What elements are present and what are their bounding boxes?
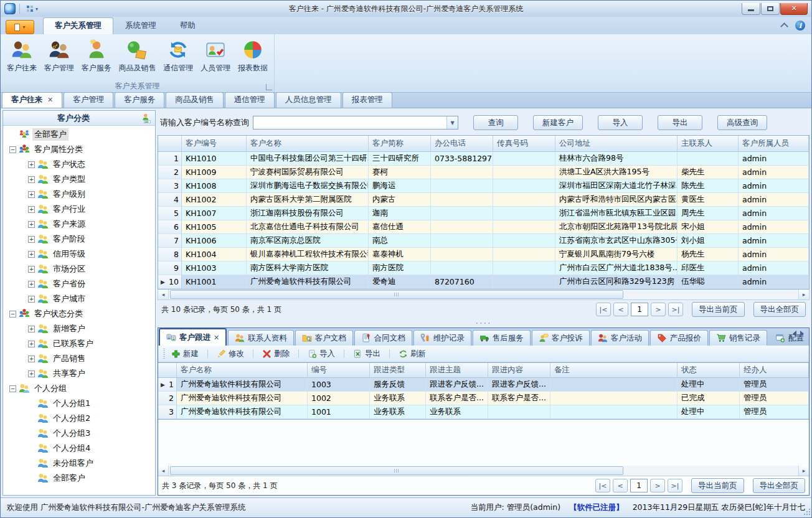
tree-expander-icon[interactable] xyxy=(9,385,16,392)
cell-customer-name[interactable]: 南方医科大学南方医院 xyxy=(247,261,369,275)
cell-customer-abbr[interactable]: 爱奇迪 xyxy=(369,275,431,289)
export-current-page-button[interactable]: 导出当前页 xyxy=(691,478,744,493)
cell-customer-name[interactable]: 广州爱奇迪软件科技有限公司 xyxy=(177,405,308,419)
cell-owner[interactable]: admin xyxy=(739,166,809,179)
collapse-ribbon-icon[interactable] xyxy=(780,22,789,29)
row-selector-cell[interactable]: ▶1 xyxy=(158,152,182,166)
row-selector-cell[interactable]: ▶5 xyxy=(158,207,182,220)
row-selector-cell[interactable]: ▶1 xyxy=(158,378,177,392)
scrollbar-track[interactable] xyxy=(169,466,798,476)
cell-customer-name[interactable]: 中国电子科技集团公司第三十四研... xyxy=(247,152,369,166)
ribbon-button-communication[interactable]: 通信管理 xyxy=(159,37,197,79)
tab-scroll-right-icon[interactable] xyxy=(800,331,804,337)
first-page-button[interactable]: |< xyxy=(595,479,610,492)
customer-search-input[interactable] xyxy=(253,116,446,129)
cell-fax[interactable] xyxy=(493,193,555,207)
grid-column-header[interactable]: 跟进类型 xyxy=(370,363,426,378)
cell-followup-type[interactable]: 业务联系 xyxy=(370,405,426,419)
scroll-left-icon[interactable]: ◂ xyxy=(158,466,169,476)
detail-tab[interactable]: 产品报价 ✕ xyxy=(650,330,708,346)
cell-customer-code[interactable]: KH1006 xyxy=(182,234,247,248)
row-selector-cell[interactable]: ▶9 xyxy=(158,261,182,275)
cell-handler[interactable]: 管理员 xyxy=(740,392,809,405)
cell-fax[interactable] xyxy=(493,248,555,261)
cell-customer-abbr[interactable]: 赛柯 xyxy=(369,166,431,179)
page-number-input[interactable] xyxy=(630,479,648,492)
cell-customer-abbr[interactable]: 南方医院 xyxy=(369,261,431,275)
tree-item[interactable]: 共享客户 xyxy=(3,366,155,381)
cell-customer-code[interactable]: KH1003 xyxy=(182,261,247,275)
cell-address[interactable]: 内蒙古呼和浩特市回民区内蒙古医... xyxy=(555,193,677,207)
row-selector-cell[interactable]: ▶8 xyxy=(158,248,182,261)
ribbon-button-customer-service[interactable]: 客户服务 xyxy=(78,37,115,79)
cell-office-phone[interactable] xyxy=(431,166,493,179)
cell-owner[interactable]: admin xyxy=(739,275,809,289)
tree-item[interactable]: 新增客户 xyxy=(3,321,155,336)
next-page-button[interactable]: > xyxy=(651,303,666,316)
cell-customer-code[interactable]: KH1001 xyxy=(182,275,247,289)
cell-handler[interactable]: 管理员 xyxy=(740,378,809,392)
cell-customer-abbr[interactable]: 鹏海运 xyxy=(369,179,431,193)
row-selector-cell[interactable]: ▶3 xyxy=(158,405,177,419)
tree-item[interactable]: 个人分组2 xyxy=(3,411,155,426)
grid-column-header[interactable]: 备注 xyxy=(550,363,677,378)
cell-handler[interactable]: 管理员 xyxy=(740,405,809,419)
grid-column-header[interactable]: 客户名称 xyxy=(247,136,369,152)
cell-owner[interactable]: admin xyxy=(739,220,809,234)
import-button[interactable]: 导入 xyxy=(598,115,643,130)
tree-expander-icon[interactable] xyxy=(28,191,35,198)
cell-main-contact[interactable]: 邱医生 xyxy=(677,261,739,275)
cell-customer-name[interactable]: 银川嘉泰神机工程软件技术有限公司 xyxy=(247,248,369,261)
table-row[interactable]: ▶7 KH1006 南京军区南京总医院 南总 江苏省南京市玄武区中山东路305号… xyxy=(158,234,809,248)
scroll-right-icon[interactable]: ▸ xyxy=(798,466,809,476)
tree-expander-icon[interactable] xyxy=(9,311,16,318)
tree-expander-icon[interactable] xyxy=(28,266,35,273)
cell-note[interactable] xyxy=(550,405,677,419)
tree-expander-icon[interactable] xyxy=(28,161,35,168)
grid-column-header[interactable]: 编号 xyxy=(308,363,370,378)
tree-item[interactable]: 全部客户 xyxy=(3,127,155,142)
cell-customer-abbr[interactable]: 嘉泰神机 xyxy=(369,248,431,261)
minimize-button[interactable] xyxy=(742,3,760,15)
tree-expander-icon[interactable] xyxy=(28,370,35,377)
grid-column-header[interactable]: 传真号码 xyxy=(493,136,555,152)
cell-office-phone[interactable] xyxy=(431,220,493,234)
tree-item[interactable]: 客户省份 xyxy=(3,276,155,291)
scroll-left-icon[interactable]: ◂ xyxy=(158,290,169,299)
cell-address[interactable]: 浙江省温州市瓯北镇东瓯工业区园... xyxy=(555,207,677,220)
close-button[interactable]: ✕ xyxy=(780,3,808,15)
tree-item[interactable]: 客户级别 xyxy=(3,187,155,202)
grid-column-header[interactable]: 客户名称 xyxy=(177,363,308,378)
tree-item[interactable]: 客户状态 xyxy=(3,157,155,172)
splitter-handle[interactable] xyxy=(158,319,810,327)
cell-followup-subject[interactable]: 联系客户是否... xyxy=(426,392,488,405)
cell-customer-name[interactable]: 广州爱奇迪软件科技有限公司 xyxy=(177,392,308,405)
table-row[interactable]: ▶3 广州爱奇迪软件科技有限公司 1001 业务联系 业务联系 处理中 管理员 xyxy=(158,405,809,419)
table-row[interactable]: ▶1 广州爱奇迪软件科技有限公司 1003 服务反馈 跟进客户反馈... 跟进客… xyxy=(158,378,809,392)
cell-owner[interactable]: admin xyxy=(739,152,809,166)
toolbar-button[interactable]: 刷新 xyxy=(397,347,427,360)
tree-item[interactable]: 已联系客户 xyxy=(3,336,155,351)
table-row[interactable]: ▶5 KH1007 浙江迦南科技股份有限公司 迦南 浙江省温州市瓯北镇东瓯工业区… xyxy=(158,207,809,220)
cell-followup-content[interactable] xyxy=(488,405,550,419)
cell-fax[interactable] xyxy=(493,152,555,166)
cell-status[interactable]: 处理中 xyxy=(677,405,740,419)
scroll-right-icon[interactable]: ▸ xyxy=(798,290,809,299)
cell-owner[interactable]: admin xyxy=(739,234,809,248)
cell-fax[interactable] xyxy=(493,179,555,193)
cell-customer-abbr[interactable]: 三十四研究所 xyxy=(369,152,431,166)
cell-followup-content[interactable]: 联系客户是否... xyxy=(488,392,550,405)
toolbar-button[interactable]: 新建 xyxy=(170,347,215,360)
tab-scroll-left-icon[interactable] xyxy=(793,331,796,337)
cell-main-contact[interactable]: 宋小姐 xyxy=(677,220,739,234)
cell-customer-name[interactable]: 广州爱奇迪软件科技有限公司 xyxy=(177,378,308,392)
cell-fax[interactable] xyxy=(493,234,555,248)
cell-address[interactable]: 广州市白云区广州大道北1838号... xyxy=(555,261,677,275)
document-tab[interactable]: 人员信息管理 ✕ xyxy=(276,92,341,108)
cell-main-contact[interactable]: 杨先生 xyxy=(677,248,739,261)
detail-tab[interactable]: 售后服务 ✕ xyxy=(473,330,531,346)
table-row[interactable]: ▶8 KH1004 银川嘉泰神机工程软件技术有限公司 嘉泰神机 宁夏银川凤凰南街… xyxy=(158,248,809,261)
cell-followup-type[interactable]: 业务联系 xyxy=(370,392,426,405)
cell-customer-name[interactable]: 南京军区南京总医院 xyxy=(247,234,369,248)
cell-office-phone[interactable]: 87207160 xyxy=(431,275,493,289)
